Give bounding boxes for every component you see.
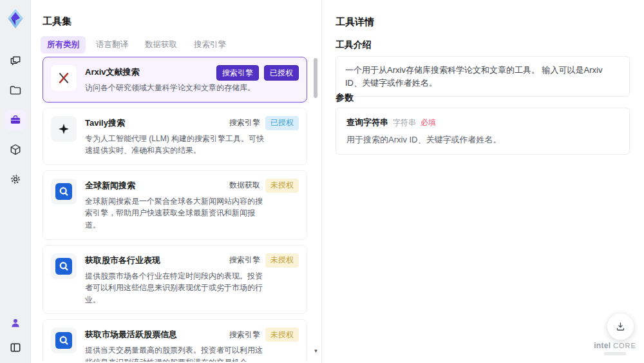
gear-icon <box>9 173 22 186</box>
scrollbar-down-arrow[interactable]: ▼ <box>313 349 319 354</box>
watermark-brand: intel <box>594 341 611 350</box>
param-description: 用于搜索的Arxiv ID、关键字或作者姓名。 <box>346 134 619 146</box>
param-name: 查询字符串 <box>346 117 388 128</box>
tool-card-arxiv[interactable]: Arxiv文献搜索 访问各个研究领域大量科学论文和文章的存储库。 搜索引擎 已授… <box>43 57 307 103</box>
sidebar-item-tools[interactable] <box>5 110 26 130</box>
tool-card-list: Arxiv文献搜索 访问各个研究领域大量科学论文和文章的存储库。 搜索引擎 已授… <box>43 57 307 362</box>
list-scrollbar[interactable]: ▼ <box>313 57 319 354</box>
category-badge: 搜索引擎 <box>229 117 260 128</box>
parameter-item: 查询字符串 字符串 必填 用于搜索的Arxiv ID、关键字或作者姓名。 <box>336 108 630 155</box>
sidebar-item-settings[interactable] <box>5 169 26 190</box>
page-title: 工具集 <box>43 15 71 28</box>
tool-description: 提供股票市场各个行业在特定时间段内的表现。投资者可以利用这些信息来识别表现优于或… <box>85 270 268 306</box>
sidebar-item-profile[interactable] <box>5 313 26 333</box>
scrollbar-thumb[interactable] <box>314 58 317 98</box>
tool-description: 专为人工智能代理 (LLM) 构建的搜索引擎工具。可快速提供实时、准确和真实的结… <box>85 133 268 157</box>
auth-status-badge: 已授权 <box>264 65 299 81</box>
rail-bottom <box>0 313 31 358</box>
sidebar-item-chat[interactable] <box>5 50 26 71</box>
tool-description: 全球新闻搜索是一个聚合全球各大新闻网站内容的搜索引擎，帮助用户快速获取全球最新资… <box>85 195 268 231</box>
auth-status-badge: 未授权 <box>265 253 299 268</box>
category-badge: 数据获取 <box>229 180 260 191</box>
tab-data-acquisition[interactable]: 数据获取 <box>138 36 184 54</box>
download-icon <box>615 321 626 332</box>
blue-search-icon <box>51 179 77 204</box>
tab-all-categories[interactable]: 所有类别 <box>41 36 86 54</box>
details-title: 工具详情 <box>336 16 374 28</box>
cube-icon <box>9 143 22 156</box>
tool-description: 提供当天交易量最高的股票列表。投资者可以利用这些信息来识别流动性强的股票和潜在的… <box>85 344 268 362</box>
tool-card-active-stocks[interactable]: 获取市场最活跃股票信息 提供当天交易量最高的股票列表。投资者可以利用这些信息来识… <box>43 319 307 362</box>
category-badge: 搜索引擎 <box>216 65 259 81</box>
intro-heading: 工具介绍 <box>336 39 372 51</box>
param-type: 字符串 <box>393 117 416 128</box>
tool-card-tavily[interactable]: Tavily搜索 专为人工智能代理 (LLM) 构建的搜索引擎工具。可快速提供实… <box>43 108 307 165</box>
folder-icon <box>9 84 22 97</box>
sidebar-item-plugins[interactable] <box>5 139 26 160</box>
tool-description: 访问各个研究领域大量科学论文和文章的存储库。 <box>85 82 268 94</box>
sidebar-item-files[interactable] <box>5 80 26 101</box>
rail-nav <box>5 50 26 190</box>
auth-status-badge: 已授权 <box>265 116 299 130</box>
download-button[interactable] <box>607 313 634 340</box>
tab-search-engine[interactable]: 搜索引擎 <box>187 36 232 54</box>
category-badge: 搜索引擎 <box>229 329 260 340</box>
app-logo <box>5 6 26 31</box>
watermark-product: CORE <box>613 342 636 349</box>
chat-icon <box>9 54 22 67</box>
category-tabs: 所有类别 语言翻译 数据获取 搜索引擎 <box>41 36 232 54</box>
tool-details-panel: 工具详情 工具介绍 一个用于从Arxiv存储库搜索科学论文和文章的工具。 输入可… <box>322 0 644 363</box>
tool-card-stock-sectors[interactable]: 获取股市各行业表现 提供股票市场各个行业在特定时间段内的表现。投资者可以利用这些… <box>43 245 307 315</box>
arxiv-icon <box>51 65 77 91</box>
left-rail <box>0 0 31 363</box>
category-badge: 搜索引擎 <box>229 255 260 266</box>
blue-search-icon <box>51 253 77 279</box>
blue-search-icon <box>51 328 77 353</box>
intel-core-watermark: intel CORE <box>592 342 638 355</box>
auth-status-badge: 未授权 <box>265 328 299 342</box>
auth-status-badge: 未授权 <box>265 179 299 193</box>
user-icon <box>9 317 22 329</box>
tools-list-panel: 工具集 所有类别 语言翻译 数据获取 搜索引擎 Arxiv文献搜索 访问各个研究… <box>31 0 322 363</box>
intro-text-box: 一个用于从Arxiv存储库搜索科学论文和文章的工具。 输入可以是Arxiv ID… <box>336 56 630 97</box>
panel-layout-icon <box>9 341 22 354</box>
tool-card-global-news[interactable]: 全球新闻搜索 全球新闻搜索是一个聚合全球各大新闻网站内容的搜索引擎，帮助用户快速… <box>43 170 307 240</box>
watermark-subline <box>604 352 626 355</box>
briefcase-icon <box>9 113 22 126</box>
tab-language-translation[interactable]: 语言翻译 <box>90 36 135 54</box>
param-required-label: 必填 <box>421 117 436 128</box>
sidebar-item-panel-toggle[interactable] <box>5 337 26 358</box>
params-heading: 参数 <box>336 92 354 104</box>
tavily-star-icon <box>51 116 77 142</box>
